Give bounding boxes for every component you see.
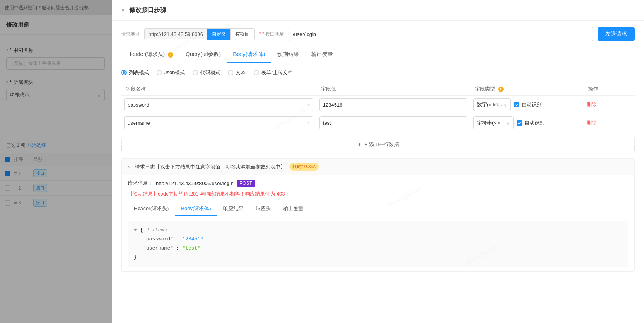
result-tab-req-body[interactable]: Body(请求体) xyxy=(175,202,217,216)
result-tab-resp-result[interactable]: 响应结果 xyxy=(217,202,250,216)
field-type-hint-icon: i xyxy=(498,87,504,92)
result-tabs-nav: Header(请求头) Body(请求体) 响应结果 响应头 输出变量 xyxy=(128,202,628,216)
row1-field-input-wrapper: × xyxy=(124,98,313,111)
add-row-btn[interactable]: ＋ + 添加一行数据 xyxy=(121,137,635,152)
log-body: 请求信息： http://121.43.43.59:8006/user/logi… xyxy=(122,175,634,271)
mode-json[interactable]: Json模式 xyxy=(157,69,185,76)
log-section-header[interactable]: ∨ 请求日志【双击下方结果中任意字段值，可将其添加至参数列表中】 耗时: 0.3… xyxy=(122,159,634,175)
mode-text-radio[interactable] xyxy=(228,70,233,75)
method-badge: POST xyxy=(237,180,255,187)
result-tab-resp-header[interactable]: 响应头 xyxy=(250,202,277,216)
row1-delete-btn[interactable]: 删除 xyxy=(587,102,597,107)
add-row-plus-icon: ＋ xyxy=(357,141,362,148)
mode-list-radio[interactable] xyxy=(121,70,127,75)
body-params-table: 字段名称 字段值 字段类型 i 操作 × xyxy=(121,82,635,132)
tab-output[interactable]: 输出变量 xyxy=(305,47,339,63)
error-message-line: 【预期结果】code的期望值:200 与响应结果不相等！响应结果值为:403； xyxy=(128,190,628,197)
json-line-brace-toggle[interactable]: ▼ { 2 items xyxy=(134,226,622,235)
row2-delete-btn[interactable]: 删除 xyxy=(587,120,597,126)
body-mode-group: 列表模式 Json模式 代码模式 文本 表单/上传文件 xyxy=(121,69,635,76)
api-path-label: * 接口地址 xyxy=(259,31,284,37)
mode-code-radio[interactable] xyxy=(193,70,198,75)
row2-auto-detect: 自动识别 xyxy=(517,119,544,126)
time-badge: 耗时: 0.39s xyxy=(289,163,319,171)
row1-field-cell: × xyxy=(121,96,316,114)
row2-type-cell: 字符串(stri... ∨ 自动识别 xyxy=(470,114,583,132)
row1-action-cell: 删除 xyxy=(583,96,635,114)
modal-body: 请求地址 http://121.43.43.59:8006 自定义 按项目 * … xyxy=(112,21,644,323)
log-chevron-icon[interactable]: ∨ xyxy=(128,164,131,170)
row2-auto-checkbox[interactable] xyxy=(517,120,522,126)
request-url-label: 请求地址 xyxy=(121,31,140,37)
tab-expected[interactable]: 预期结果 xyxy=(271,47,305,63)
row1-auto-checkbox[interactable] xyxy=(514,102,519,107)
result-tab-req-header[interactable]: Header(请求头) xyxy=(128,202,175,216)
header-hint-icon: ! xyxy=(168,52,173,58)
custom-btn[interactable]: 自定义 xyxy=(207,29,231,40)
send-request-btn[interactable]: 发送请求 xyxy=(598,27,635,41)
tab-header[interactable]: Header(请求头) ! xyxy=(121,47,179,63)
row1-field-input[interactable] xyxy=(124,98,313,111)
request-info-line: 请求信息： http://121.43.43.59:8006/user/logi… xyxy=(128,180,628,187)
mode-json-radio[interactable] xyxy=(157,70,162,75)
tab-body[interactable]: Body(请求体) xyxy=(227,47,271,63)
json-line-brace-close: } xyxy=(134,253,622,262)
log-section: ∨ 请求日志【双击下方结果中任意字段值，可将其添加至参数列表中】 耗时: 0.3… xyxy=(121,158,635,272)
mode-code[interactable]: 代码模式 xyxy=(193,69,220,76)
mode-text[interactable]: 文本 xyxy=(228,69,246,76)
row2-field-cell: × xyxy=(121,114,316,132)
col-field-name: 字段名称 xyxy=(121,82,316,96)
json-display: ▼ { 2 items "password" : 1234516 "userna… xyxy=(128,221,628,267)
project-btn[interactable]: 按项目 xyxy=(231,29,254,40)
tab-query[interactable]: Query(url参数) xyxy=(179,47,227,63)
row2-type-select[interactable]: 字符串(stri... ∨ xyxy=(473,116,514,129)
row2-field-clear-icon[interactable]: × xyxy=(307,120,310,126)
body-row-1: × 数字(int/fl... ∨ xyxy=(121,96,635,114)
row2-action-cell: 删除 xyxy=(583,114,635,132)
row1-auto-detect: 自动识别 xyxy=(514,101,542,108)
mode-form-radio[interactable] xyxy=(254,70,259,75)
col-action: 操作 xyxy=(583,82,635,96)
row1-type-chevron: ∨ xyxy=(504,102,507,108)
row1-value-input[interactable] xyxy=(319,98,467,111)
api-path-input[interactable] xyxy=(289,27,593,41)
modal-close-button[interactable]: × xyxy=(121,7,125,14)
row1-type-cell: 数字(int/fl... ∨ 自动识别 xyxy=(470,96,583,114)
modal-header: × 修改接口步骤 xyxy=(112,0,644,21)
log-title: 请求日志【双击下方结果中任意字段值，可将其添加至参数列表中】 xyxy=(135,163,286,170)
row1-field-clear-icon[interactable]: × xyxy=(307,102,310,108)
url-prefix: http://121.43.43.59:8006 xyxy=(145,29,207,39)
modal: × 修改接口步骤 请求地址 http://121.43.43.59:8006 自… xyxy=(112,0,644,323)
mode-list[interactable]: 列表模式 xyxy=(121,69,149,76)
body-row-2: × 字符串(stri... ∨ xyxy=(121,114,635,132)
modal-title: 修改接口步骤 xyxy=(129,6,166,14)
row2-field-input-wrapper: × xyxy=(124,116,313,129)
row2-value-cell xyxy=(316,114,470,132)
json-field-username[interactable]: "username" : "test" xyxy=(134,244,622,253)
col-field-value: 字段值 xyxy=(316,82,470,96)
row2-type-chevron: ∨ xyxy=(506,120,510,126)
row1-type-select[interactable]: 数字(int/fl... ∨ xyxy=(473,98,511,111)
result-tab-output-var[interactable]: 输出变量 xyxy=(277,202,309,216)
main-tabs-nav: Header(请求头) ! Query(url参数) Body(请求体) 预期结… xyxy=(121,47,635,63)
mode-form[interactable]: 表单/上传文件 xyxy=(254,69,293,76)
url-input-group: http://121.43.43.59:8006 自定义 按项目 xyxy=(144,28,255,40)
json-field-password[interactable]: "password" : 1234516 xyxy=(134,235,622,243)
col-field-type: 字段类型 i xyxy=(470,82,583,96)
row1-value-cell xyxy=(316,96,470,114)
row2-value-input[interactable] xyxy=(319,116,467,129)
url-row: 请求地址 http://121.43.43.59:8006 自定义 按项目 * … xyxy=(121,27,635,41)
row2-field-input[interactable] xyxy=(124,116,313,129)
